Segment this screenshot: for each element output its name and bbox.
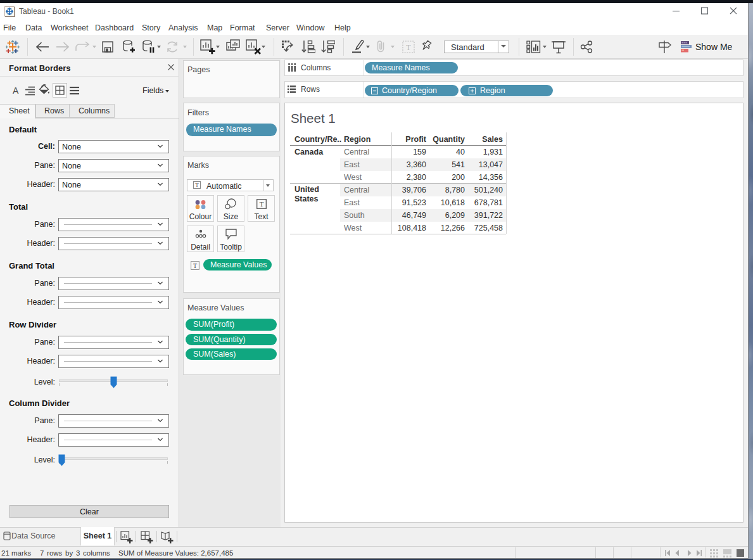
svg-text:T: T [260, 200, 264, 208]
svg-text:T: T [195, 182, 199, 188]
svg-text:T: T [406, 43, 411, 52]
svg-text:T: T [193, 262, 197, 269]
